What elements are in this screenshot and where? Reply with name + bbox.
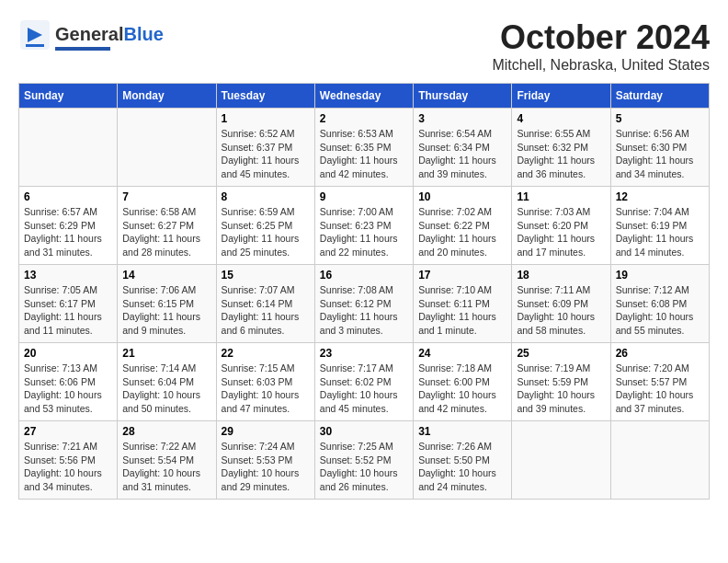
calendar-cell: 10Sunrise: 7:02 AM Sunset: 6:22 PM Dayli… bbox=[414, 187, 512, 265]
day-info: Sunrise: 7:11 AM Sunset: 6:09 PM Dayligh… bbox=[517, 283, 605, 338]
calendar-cell bbox=[118, 109, 216, 187]
calendar-cell: 1Sunrise: 6:52 AM Sunset: 6:37 PM Daylig… bbox=[216, 109, 314, 187]
day-info: Sunrise: 7:26 AM Sunset: 5:50 PM Dayligh… bbox=[418, 440, 506, 494]
day-info: Sunrise: 7:24 AM Sunset: 5:53 PM Dayligh… bbox=[222, 440, 310, 494]
calendar-cell: 25Sunrise: 7:19 AM Sunset: 5:59 PM Dayli… bbox=[512, 343, 610, 421]
column-header-wednesday: Wednesday bbox=[314, 84, 413, 109]
day-number: 29 bbox=[222, 425, 310, 438]
calendar-cell: 13Sunrise: 7:05 AM Sunset: 6:17 PM Dayli… bbox=[19, 265, 118, 343]
calendar-cell bbox=[512, 421, 610, 500]
day-info: Sunrise: 7:06 AM Sunset: 6:15 PM Dayligh… bbox=[122, 283, 210, 338]
page-header: GeneralBlue October 2024 Mitchell, Nebra… bbox=[18, 18, 710, 74]
day-number: 17 bbox=[418, 269, 506, 282]
calendar-cell: 15Sunrise: 7:07 AM Sunset: 6:14 PM Dayli… bbox=[216, 265, 314, 343]
column-header-sunday: Sunday bbox=[19, 84, 118, 109]
day-info: Sunrise: 7:17 AM Sunset: 6:02 PM Dayligh… bbox=[320, 362, 408, 416]
day-number: 12 bbox=[616, 190, 704, 203]
day-number: 3 bbox=[418, 112, 506, 125]
day-number: 31 bbox=[418, 425, 506, 438]
day-info: Sunrise: 6:57 AM Sunset: 6:29 PM Dayligh… bbox=[24, 205, 112, 259]
calendar-cell: 3Sunrise: 6:54 AM Sunset: 6:34 PM Daylig… bbox=[414, 109, 512, 187]
day-info: Sunrise: 7:12 AM Sunset: 6:08 PM Dayligh… bbox=[616, 283, 704, 338]
day-number: 22 bbox=[222, 347, 310, 360]
calendar-cell: 14Sunrise: 7:06 AM Sunset: 6:15 PM Dayli… bbox=[118, 265, 216, 343]
week-row-4: 20Sunrise: 7:13 AM Sunset: 6:06 PM Dayli… bbox=[19, 343, 710, 421]
day-number: 10 bbox=[418, 190, 506, 203]
day-number: 7 bbox=[122, 190, 210, 203]
column-header-friday: Friday bbox=[512, 84, 610, 109]
calendar-cell: 8Sunrise: 6:59 AM Sunset: 6:25 PM Daylig… bbox=[216, 187, 314, 265]
calendar-cell bbox=[610, 421, 709, 500]
calendar-cell: 27Sunrise: 7:21 AM Sunset: 5:56 PM Dayli… bbox=[19, 421, 118, 500]
title-block: October 2024 Mitchell, Nebraska, United … bbox=[492, 18, 710, 74]
day-info: Sunrise: 7:08 AM Sunset: 6:12 PM Dayligh… bbox=[320, 283, 408, 338]
calendar-cell: 20Sunrise: 7:13 AM Sunset: 6:06 PM Dayli… bbox=[19, 343, 118, 421]
day-info: Sunrise: 7:19 AM Sunset: 5:59 PM Dayligh… bbox=[517, 362, 605, 416]
calendar-cell: 2Sunrise: 6:53 AM Sunset: 6:35 PM Daylig… bbox=[314, 109, 413, 187]
day-info: Sunrise: 6:55 AM Sunset: 6:32 PM Dayligh… bbox=[517, 127, 605, 181]
day-info: Sunrise: 7:25 AM Sunset: 5:52 PM Dayligh… bbox=[320, 440, 408, 494]
day-info: Sunrise: 7:18 AM Sunset: 6:00 PM Dayligh… bbox=[418, 362, 506, 416]
day-number: 1 bbox=[222, 112, 310, 125]
calendar-cell: 24Sunrise: 7:18 AM Sunset: 6:00 PM Dayli… bbox=[414, 343, 512, 421]
day-info: Sunrise: 7:07 AM Sunset: 6:14 PM Dayligh… bbox=[222, 283, 310, 338]
day-number: 24 bbox=[418, 347, 506, 360]
week-row-2: 6Sunrise: 6:57 AM Sunset: 6:29 PM Daylig… bbox=[19, 187, 710, 265]
column-header-monday: Monday bbox=[118, 84, 216, 109]
day-number: 9 bbox=[320, 190, 408, 203]
day-info: Sunrise: 7:02 AM Sunset: 6:22 PM Dayligh… bbox=[418, 205, 506, 259]
day-info: Sunrise: 7:14 AM Sunset: 6:04 PM Dayligh… bbox=[122, 362, 210, 416]
svg-rect-2 bbox=[26, 44, 44, 47]
logo: GeneralBlue bbox=[18, 18, 164, 55]
page-title: October 2024 bbox=[492, 18, 710, 57]
calendar-cell: 4Sunrise: 6:55 AM Sunset: 6:32 PM Daylig… bbox=[512, 109, 610, 187]
calendar-cell: 7Sunrise: 6:58 AM Sunset: 6:27 PM Daylig… bbox=[118, 187, 216, 265]
calendar-cell: 29Sunrise: 7:24 AM Sunset: 5:53 PM Dayli… bbox=[216, 421, 314, 500]
day-info: Sunrise: 7:15 AM Sunset: 6:03 PM Dayligh… bbox=[222, 362, 310, 416]
calendar-cell: 22Sunrise: 7:15 AM Sunset: 6:03 PM Dayli… bbox=[216, 343, 314, 421]
calendar-cell: 21Sunrise: 7:14 AM Sunset: 6:04 PM Dayli… bbox=[118, 343, 216, 421]
calendar-cell: 18Sunrise: 7:11 AM Sunset: 6:09 PM Dayli… bbox=[512, 265, 610, 343]
day-info: Sunrise: 7:20 AM Sunset: 5:57 PM Dayligh… bbox=[616, 362, 704, 416]
day-number: 15 bbox=[222, 269, 310, 282]
calendar-cell: 16Sunrise: 7:08 AM Sunset: 6:12 PM Dayli… bbox=[314, 265, 413, 343]
day-info: Sunrise: 7:03 AM Sunset: 6:20 PM Dayligh… bbox=[517, 205, 605, 259]
day-number: 14 bbox=[122, 269, 210, 282]
day-number: 18 bbox=[517, 269, 605, 282]
calendar-cell: 12Sunrise: 7:04 AM Sunset: 6:19 PM Dayli… bbox=[610, 187, 709, 265]
column-header-thursday: Thursday bbox=[414, 84, 512, 109]
calendar-cell: 23Sunrise: 7:17 AM Sunset: 6:02 PM Dayli… bbox=[314, 343, 413, 421]
logo-general-text: General bbox=[55, 24, 123, 44]
week-row-5: 27Sunrise: 7:21 AM Sunset: 5:56 PM Dayli… bbox=[19, 421, 710, 500]
calendar-cell: 6Sunrise: 6:57 AM Sunset: 6:29 PM Daylig… bbox=[19, 187, 118, 265]
day-number: 4 bbox=[517, 112, 605, 125]
day-number: 13 bbox=[24, 269, 112, 282]
calendar-cell: 30Sunrise: 7:25 AM Sunset: 5:52 PM Dayli… bbox=[314, 421, 413, 500]
day-number: 19 bbox=[616, 269, 704, 282]
day-info: Sunrise: 7:10 AM Sunset: 6:11 PM Dayligh… bbox=[418, 283, 506, 338]
day-info: Sunrise: 7:04 AM Sunset: 6:19 PM Dayligh… bbox=[616, 205, 704, 259]
day-info: Sunrise: 6:59 AM Sunset: 6:25 PM Dayligh… bbox=[222, 205, 310, 259]
day-info: Sunrise: 6:58 AM Sunset: 6:27 PM Dayligh… bbox=[122, 205, 210, 259]
day-number: 5 bbox=[616, 112, 704, 125]
day-number: 16 bbox=[320, 269, 408, 282]
day-number: 26 bbox=[616, 347, 704, 360]
calendar-cell: 17Sunrise: 7:10 AM Sunset: 6:11 PM Dayli… bbox=[414, 265, 512, 343]
day-info: Sunrise: 7:13 AM Sunset: 6:06 PM Dayligh… bbox=[24, 362, 112, 416]
page-subtitle: Mitchell, Nebraska, United States bbox=[492, 57, 710, 74]
day-info: Sunrise: 6:56 AM Sunset: 6:30 PM Dayligh… bbox=[616, 127, 704, 181]
day-number: 21 bbox=[122, 347, 210, 360]
day-number: 8 bbox=[222, 190, 310, 203]
calendar-cell: 28Sunrise: 7:22 AM Sunset: 5:54 PM Dayli… bbox=[118, 421, 216, 500]
day-number: 28 bbox=[122, 425, 210, 438]
calendar-cell: 19Sunrise: 7:12 AM Sunset: 6:08 PM Dayli… bbox=[610, 265, 709, 343]
calendar-cell bbox=[19, 109, 118, 187]
day-number: 23 bbox=[320, 347, 408, 360]
calendar-header-row: SundayMondayTuesdayWednesdayThursdayFrid… bbox=[19, 84, 710, 109]
day-info: Sunrise: 6:54 AM Sunset: 6:34 PM Dayligh… bbox=[418, 127, 506, 181]
day-number: 30 bbox=[320, 425, 408, 438]
day-number: 25 bbox=[517, 347, 605, 360]
calendar-table: SundayMondayTuesdayWednesdayThursdayFrid… bbox=[18, 83, 710, 500]
week-row-3: 13Sunrise: 7:05 AM Sunset: 6:17 PM Dayli… bbox=[19, 265, 710, 343]
calendar-cell: 31Sunrise: 7:26 AM Sunset: 5:50 PM Dayli… bbox=[414, 421, 512, 500]
